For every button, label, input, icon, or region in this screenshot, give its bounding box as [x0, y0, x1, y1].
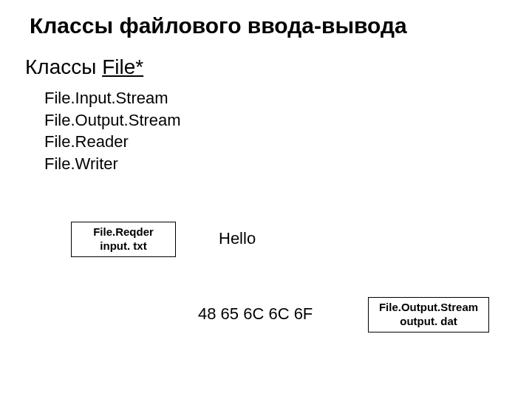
reader-box-line2: input. txt	[76, 239, 171, 253]
reader-box: File.Reqder input. txt	[71, 222, 176, 257]
slide: Классы файлового ввода-вывода Классы Fil…	[0, 0, 532, 399]
list-item: File.Reader	[44, 131, 181, 153]
class-list: File.Input.Stream File.Output.Stream Fil…	[44, 87, 181, 175]
output-box-line2: output. dat	[373, 315, 484, 329]
output-box: File.Output.Stream output. dat	[368, 297, 489, 332]
list-item: File.Output.Stream	[44, 109, 181, 132]
subtitle-underlined: File*	[102, 55, 143, 78]
slide-subtitle: Классы File*	[25, 55, 143, 79]
slide-title: Классы файлового ввода-вывода	[30, 13, 407, 38]
hello-text: Hello	[219, 229, 256, 248]
output-box-line1: File.Output.Stream	[373, 301, 484, 315]
reader-box-line1: File.Reqder	[76, 225, 171, 239]
list-item: File.Input.Stream	[44, 87, 181, 109]
subtitle-plain: Классы	[25, 55, 102, 78]
list-item: File.Writer	[44, 153, 181, 175]
hex-text: 48 65 6C 6C 6F	[198, 304, 313, 324]
